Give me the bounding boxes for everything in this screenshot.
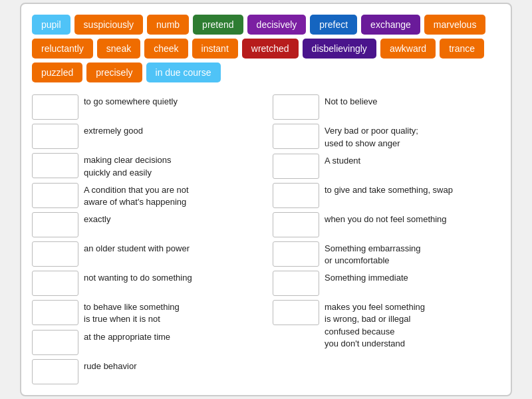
answer-box-left-6[interactable]	[32, 271, 78, 296]
word-tag-18[interactable]: in due course	[146, 63, 221, 82]
answer-box-left-5[interactable]	[32, 241, 78, 267]
left-text-7: to behave like something is true when it…	[84, 300, 180, 325]
right-column: Not to believeVery bad or poor quality; …	[273, 94, 500, 384]
left-text-5: an older student with power	[84, 241, 190, 255]
left-text-1: extremely good	[84, 124, 143, 137]
word-tag-3[interactable]: pretend	[193, 15, 243, 35]
left-row-3: A condition that you are not aware of wh…	[32, 183, 259, 208]
left-row-9: rude behavior	[32, 359, 259, 384]
answer-box-left-8[interactable]	[32, 330, 78, 355]
left-row-2: making clear decisions quickly and easil…	[32, 153, 259, 178]
right-row-7: makes you feel something is wrong, bad o…	[273, 300, 500, 350]
left-text-2: making clear decisions quickly and easil…	[84, 153, 172, 178]
left-row-0: to go somewhere quietly	[32, 94, 259, 120]
answer-box-right-7[interactable]	[273, 300, 319, 325]
word-tag-12[interactable]: wretched	[242, 39, 299, 59]
answer-box-right-0[interactable]	[273, 94, 319, 120]
left-row-6: not wanting to do something	[32, 271, 259, 296]
right-text-6: Something immediate	[325, 271, 408, 284]
word-tag-1[interactable]: suspiciously	[74, 15, 143, 35]
answer-box-right-5[interactable]	[273, 241, 319, 267]
left-row-4: exactly	[32, 212, 259, 237]
right-row-5: Something embarrassing or uncomfortable	[273, 241, 500, 267]
left-text-8: at the appropriate time	[84, 330, 170, 343]
word-tag-17[interactable]: precisely	[86, 63, 142, 82]
word-tag-7[interactable]: marvelous	[424, 15, 486, 35]
left-row-8: at the appropriate time	[32, 330, 259, 355]
answer-box-left-1[interactable]	[32, 124, 78, 149]
answer-box-left-4[interactable]	[32, 212, 78, 237]
word-tag-15[interactable]: trance	[440, 39, 484, 59]
left-text-9: rude behavior	[84, 359, 137, 372]
left-text-0: to go somewhere quietly	[84, 94, 178, 108]
word-tag-9[interactable]: sneak	[97, 39, 140, 59]
word-tag-5[interactable]: prefect	[310, 15, 357, 35]
answer-box-left-7[interactable]	[32, 300, 78, 325]
word-tag-2[interactable]: numb	[147, 15, 189, 35]
right-row-4: when you do not feel something	[273, 212, 500, 237]
right-text-5: Something embarrassing or uncomfortable	[325, 241, 421, 267]
right-text-2: A student	[325, 154, 360, 167]
answer-box-left-3[interactable]	[32, 183, 78, 208]
right-row-1: Very bad or poor quality; used to show a…	[273, 124, 500, 149]
word-tag-16[interactable]: puzzled	[32, 63, 82, 82]
word-tag-10[interactable]: cheek	[144, 39, 188, 59]
answer-box-left-0[interactable]	[32, 94, 78, 120]
right-text-3: to give and take something, swap	[325, 183, 453, 196]
right-text-7: makes you feel something is wrong, bad o…	[325, 300, 425, 350]
answer-box-right-1[interactable]	[273, 124, 319, 149]
right-text-4: when you do not feel something	[325, 212, 447, 225]
answer-box-right-6[interactable]	[273, 271, 319, 296]
right-row-6: Something immediate	[273, 271, 500, 296]
word-tag-8[interactable]: reluctantly	[32, 39, 93, 59]
left-row-5: an older student with power	[32, 241, 259, 267]
word-bank: pupilsuspiciouslynumbpretenddecisivelypr…	[32, 15, 500, 82]
answer-box-left-2[interactable]	[32, 153, 78, 178]
left-column: to go somewhere quietlyextremely goodmak…	[32, 94, 259, 384]
word-tag-13[interactable]: disbelievingly	[303, 39, 376, 59]
answer-box-right-2[interactable]	[273, 154, 319, 179]
left-text-6: not wanting to do something	[84, 271, 192, 284]
word-tag-11[interactable]: instant	[192, 39, 238, 59]
left-row-7: to behave like something is true when it…	[32, 300, 259, 325]
answer-box-right-4[interactable]	[273, 212, 319, 237]
word-tag-0[interactable]: pupil	[32, 15, 70, 35]
right-text-1: Very bad or poor quality; used to show a…	[325, 124, 418, 149]
word-tag-14[interactable]: awkward	[380, 39, 436, 59]
right-row-3: to give and take something, swap	[273, 183, 500, 208]
left-row-1: extremely good	[32, 124, 259, 149]
word-tag-4[interactable]: decisively	[247, 15, 307, 35]
left-text-4: exactly	[84, 212, 110, 225]
answer-box-left-9[interactable]	[32, 359, 78, 384]
answer-box-right-3[interactable]	[273, 183, 319, 208]
right-text-0: Not to believe	[325, 94, 378, 108]
word-tag-6[interactable]: exchange	[361, 15, 420, 35]
left-text-3: A condition that you are not aware of wh…	[84, 183, 189, 208]
main-container: pupilsuspiciouslynumbpretenddecisivelypr…	[20, 3, 512, 396]
right-row-0: Not to believe	[273, 94, 500, 120]
right-row-2: A student	[273, 154, 500, 179]
matching-area: to go somewhere quietlyextremely goodmak…	[32, 94, 500, 384]
